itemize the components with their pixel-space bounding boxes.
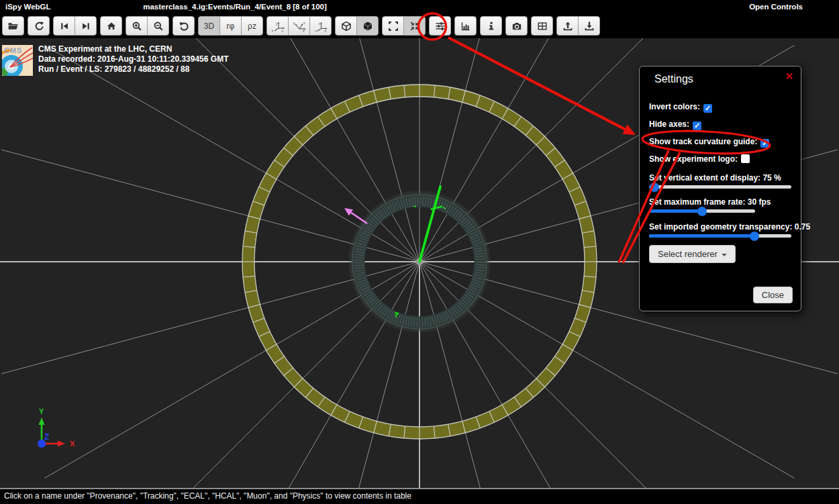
zoom-in-icon <box>132 21 142 32</box>
zoom-in-button[interactable] <box>126 16 148 36</box>
screenshot-button[interactable] <box>505 16 528 36</box>
geometry-solid-button[interactable] <box>356 16 379 36</box>
status-message: Click on a name under "Provenance", "Tra… <box>0 489 839 503</box>
slider-thumb[interactable] <box>750 232 759 241</box>
folder-open-icon <box>7 21 19 32</box>
reload-icon <box>34 21 44 32</box>
close-x-icon[interactable]: ✕ <box>785 70 793 83</box>
geometry-transparency-slider[interactable] <box>649 234 791 238</box>
collapse-arrows-icon <box>409 21 420 32</box>
cms-logo: CMS <box>2 45 33 76</box>
slider-thumb[interactable] <box>697 207 707 216</box>
frame-rate-label: Set maximum frame rate: 30 fps <box>649 197 771 207</box>
hide-axes-checkbox[interactable] <box>693 121 701 130</box>
x-axis-arrow <box>58 441 65 447</box>
event-title: masterclass_4.ig:Events/Run_4/Event_8 [8… <box>143 0 327 14</box>
camera-icon <box>511 21 522 32</box>
settings-title: Settings <box>654 73 693 85</box>
axis-indicator: Y X Z <box>27 399 87 456</box>
svg-text:x: x <box>303 21 305 25</box>
show-experiment-logo-checkbox[interactable] <box>741 154 750 163</box>
open-controls-link[interactable]: Open Controls <box>749 0 803 14</box>
undo-icon <box>179 21 189 32</box>
settings-panel: Settings ✕ Invert colors: Hide axes: Sho… <box>639 66 801 311</box>
svg-text:z: z <box>271 28 273 32</box>
vertical-extent-label: Set vertical extent of display: 75 % <box>649 173 781 183</box>
download-icon <box>584 21 595 32</box>
select-renderer-button[interactable]: Select renderer <box>649 245 736 263</box>
open-file-button[interactable] <box>2 16 24 36</box>
svg-text:y: y <box>293 21 295 25</box>
next-event-button[interactable] <box>75 16 97 36</box>
axes-view-2-button[interactable]: y x z <box>288 16 310 36</box>
reload-button[interactable] <box>28 16 50 36</box>
animation-button[interactable] <box>531 16 553 36</box>
axes-yzx-icon: y z x <box>270 20 285 32</box>
top-bar: iSpy WebGL masterclass_4.ig:Events/Run_4… <box>0 0 839 14</box>
invert-colors-checkbox[interactable] <box>703 104 712 113</box>
svg-text:z: z <box>303 28 305 32</box>
info-icon <box>486 21 497 32</box>
axes-xyz-icon: x y z <box>313 20 328 32</box>
fit-view-button[interactable] <box>403 16 426 36</box>
slider-fill <box>649 234 754 238</box>
vertical-extent-slider[interactable] <box>649 185 791 189</box>
z-axis-dot <box>38 440 46 448</box>
y-axis-arrow <box>39 417 45 425</box>
x-axis-label: X <box>70 440 75 448</box>
caret-down-icon <box>722 254 727 256</box>
status-bar: Click on a name under "Provenance", "Tra… <box>0 488 839 504</box>
run-event-ls: Run / Event / LS: 279823 / 48829252 / 88 <box>38 64 320 74</box>
z-axis-label: Z <box>44 432 49 442</box>
step-forward-icon <box>81 21 91 32</box>
view-3d-button[interactable]: 3D <box>198 16 220 36</box>
axes-view-3-button[interactable]: x y z <box>309 16 332 36</box>
cube-solid-icon <box>362 21 373 32</box>
axes-view-1-button[interactable]: y z x <box>266 16 289 36</box>
download-button[interactable] <box>578 16 600 36</box>
track-curvature-guide-row: Show track curvature guide: <box>649 137 769 148</box>
svg-text:x: x <box>281 28 283 32</box>
close-button[interactable]: Close <box>753 287 793 303</box>
hide-axes-row: Hide axes: <box>649 119 701 130</box>
cube-outline-icon <box>341 21 352 32</box>
zoom-out-button[interactable] <box>147 16 169 36</box>
bar-chart-icon <box>460 21 471 32</box>
view-rhoz-button[interactable]: ρz <box>241 16 263 36</box>
geometry-transparency-label: Set imported geometry transparency: 0.75 <box>649 222 810 232</box>
slider-thumb[interactable] <box>650 183 659 192</box>
undo-button[interactable] <box>172 16 195 36</box>
event-info-button[interactable] <box>480 16 502 36</box>
settings-button[interactable] <box>429 16 451 36</box>
axes-yxz-icon: y x z <box>292 20 307 32</box>
zoom-out-icon <box>153 21 164 32</box>
show-track-curvature-guide-checkbox[interactable] <box>760 139 769 148</box>
svg-text:y: y <box>314 28 316 32</box>
svg-text:z: z <box>324 28 326 32</box>
frame-rate-slider[interactable] <box>649 209 755 213</box>
geometry-wireframe-button[interactable] <box>335 16 357 36</box>
data-recorded: Data recorded: 2016-Aug-31 10:11:20.3394… <box>38 54 320 64</box>
svg-text:x: x <box>318 21 320 26</box>
previous-event-button[interactable] <box>53 16 75 36</box>
slider-fill <box>649 209 702 213</box>
event-statistics-button[interactable] <box>454 16 477 36</box>
svg-text:y: y <box>275 21 277 26</box>
step-backward-icon <box>59 21 70 32</box>
app-title: iSpy WebGL <box>5 0 51 14</box>
upload-button[interactable] <box>556 16 579 36</box>
svg-text:CMS: CMS <box>4 46 22 54</box>
home-view-button[interactable] <box>100 16 122 36</box>
grid-frame-icon <box>537 21 548 32</box>
invert-colors-row: Invert colors: <box>649 102 712 113</box>
view-rphi-button[interactable]: rφ <box>219 16 242 36</box>
experiment-logo-row: Show experiment logo: <box>649 154 750 164</box>
upload-icon <box>562 21 573 32</box>
toolbar: 3D rφ ρz y z x y x z <box>0 14 839 38</box>
fullscreen-icon <box>388 21 399 32</box>
home-icon <box>106 21 117 32</box>
fullscreen-button[interactable] <box>382 16 404 36</box>
sliders-icon <box>435 21 446 32</box>
experiment-title: CMS Experiment at the LHC, CERN <box>38 44 320 54</box>
y-axis-label: Y <box>39 407 44 415</box>
